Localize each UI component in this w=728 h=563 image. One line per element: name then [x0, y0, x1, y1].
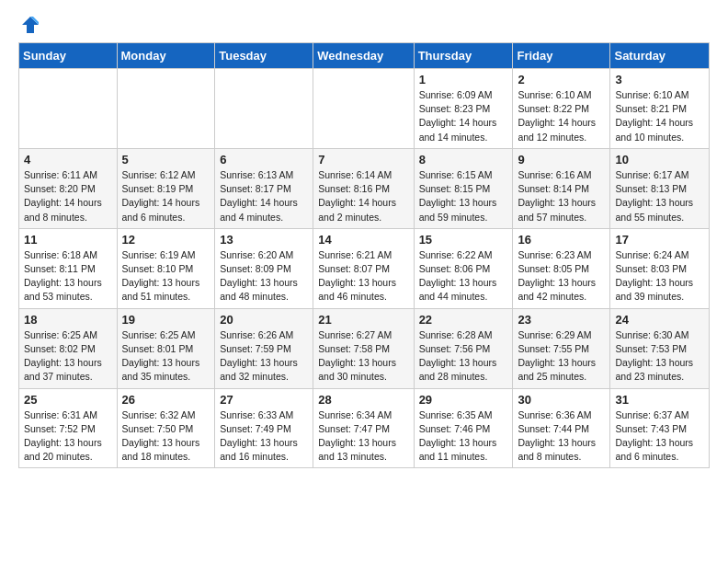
- th-wednesday: Wednesday: [313, 43, 414, 69]
- day-cell: [313, 69, 414, 149]
- day-number: 28: [318, 393, 408, 407]
- day-number: 21: [318, 313, 408, 327]
- day-number: 13: [220, 233, 308, 247]
- week-row-3: 11Sunrise: 6:18 AM Sunset: 8:11 PM Dayli…: [19, 228, 710, 308]
- day-cell: 18Sunrise: 6:25 AM Sunset: 8:02 PM Dayli…: [19, 308, 118, 388]
- day-detail: Sunrise: 6:26 AM Sunset: 7:59 PM Dayligh…: [220, 328, 308, 385]
- week-row-5: 25Sunrise: 6:31 AM Sunset: 7:52 PM Dayli…: [19, 388, 710, 468]
- day-detail: Sunrise: 6:22 AM Sunset: 8:06 PM Dayligh…: [419, 248, 508, 304]
- th-thursday: Thursday: [414, 43, 513, 69]
- day-number: 26: [122, 393, 210, 407]
- day-cell: 11Sunrise: 6:18 AM Sunset: 8:11 PM Dayli…: [19, 228, 118, 308]
- day-number: 3: [615, 73, 704, 86]
- day-detail: Sunrise: 6:36 AM Sunset: 7:44 PM Dayligh…: [518, 408, 605, 465]
- day-detail: Sunrise: 6:32 AM Sunset: 7:50 PM Dayligh…: [122, 408, 210, 465]
- week-row-1: 1Sunrise: 6:09 AM Sunset: 8:23 PM Daylig…: [19, 69, 710, 149]
- day-number: 12: [122, 233, 210, 247]
- day-cell: 10Sunrise: 6:17 AM Sunset: 8:13 PM Dayli…: [610, 148, 710, 228]
- day-number: 14: [318, 233, 408, 247]
- day-cell: 21Sunrise: 6:27 AM Sunset: 7:58 PM Dayli…: [313, 308, 414, 388]
- page: Sunday Monday Tuesday Wednesday Thursday…: [0, 0, 728, 483]
- day-number: 23: [518, 313, 605, 327]
- day-cell: 23Sunrise: 6:29 AM Sunset: 7:55 PM Dayli…: [513, 308, 610, 388]
- day-detail: Sunrise: 6:16 AM Sunset: 8:14 PM Dayligh…: [518, 168, 605, 224]
- day-cell: 29Sunrise: 6:35 AM Sunset: 7:46 PM Dayli…: [414, 388, 513, 468]
- day-detail: Sunrise: 6:18 AM Sunset: 8:11 PM Dayligh…: [24, 248, 112, 304]
- header: [18, 15, 710, 35]
- th-friday: Friday: [513, 43, 610, 69]
- day-cell: 3Sunrise: 6:10 AM Sunset: 8:21 PM Daylig…: [610, 69, 710, 149]
- day-cell: 14Sunrise: 6:21 AM Sunset: 8:07 PM Dayli…: [313, 228, 414, 308]
- day-number: 17: [615, 233, 704, 247]
- day-number: 24: [615, 313, 704, 327]
- day-detail: Sunrise: 6:10 AM Sunset: 8:22 PM Dayligh…: [518, 88, 605, 144]
- day-detail: Sunrise: 6:25 AM Sunset: 8:01 PM Dayligh…: [122, 328, 210, 385]
- day-cell: 25Sunrise: 6:31 AM Sunset: 7:52 PM Dayli…: [19, 388, 118, 468]
- day-number: 15: [419, 233, 508, 247]
- day-detail: Sunrise: 6:09 AM Sunset: 8:23 PM Dayligh…: [419, 88, 508, 144]
- day-number: 25: [24, 393, 112, 407]
- day-number: 29: [419, 393, 508, 407]
- header-row: Sunday Monday Tuesday Wednesday Thursday…: [19, 43, 710, 69]
- svg-marker-0: [22, 17, 39, 33]
- day-number: 11: [24, 233, 112, 247]
- day-detail: Sunrise: 6:12 AM Sunset: 8:19 PM Dayligh…: [122, 168, 210, 224]
- day-cell: 26Sunrise: 6:32 AM Sunset: 7:50 PM Dayli…: [117, 388, 215, 468]
- day-number: 1: [419, 73, 508, 86]
- day-number: 8: [419, 153, 508, 167]
- day-number: 27: [220, 393, 308, 407]
- day-cell: 1Sunrise: 6:09 AM Sunset: 8:23 PM Daylig…: [414, 69, 513, 149]
- th-tuesday: Tuesday: [215, 43, 313, 69]
- day-detail: Sunrise: 6:13 AM Sunset: 8:17 PM Dayligh…: [220, 168, 308, 224]
- day-cell: 22Sunrise: 6:28 AM Sunset: 7:56 PM Dayli…: [414, 308, 513, 388]
- day-detail: Sunrise: 6:17 AM Sunset: 8:13 PM Dayligh…: [615, 168, 704, 224]
- day-number: 22: [419, 313, 508, 327]
- day-cell: 27Sunrise: 6:33 AM Sunset: 7:49 PM Dayli…: [215, 388, 313, 468]
- day-detail: Sunrise: 6:28 AM Sunset: 7:56 PM Dayligh…: [419, 328, 508, 385]
- day-number: 31: [615, 393, 704, 407]
- day-detail: Sunrise: 6:27 AM Sunset: 7:58 PM Dayligh…: [318, 328, 408, 385]
- th-saturday: Saturday: [610, 43, 710, 69]
- calendar-table: Sunday Monday Tuesday Wednesday Thursday…: [18, 42, 710, 468]
- day-cell: 9Sunrise: 6:16 AM Sunset: 8:14 PM Daylig…: [513, 148, 610, 228]
- day-cell: 17Sunrise: 6:24 AM Sunset: 8:03 PM Dayli…: [610, 228, 710, 308]
- day-number: 30: [518, 393, 605, 407]
- day-number: 7: [318, 153, 408, 167]
- day-number: 2: [518, 73, 605, 86]
- week-row-4: 18Sunrise: 6:25 AM Sunset: 8:02 PM Dayli…: [19, 308, 710, 388]
- day-detail: Sunrise: 6:15 AM Sunset: 8:15 PM Dayligh…: [419, 168, 508, 224]
- day-detail: Sunrise: 6:23 AM Sunset: 8:05 PM Dayligh…: [518, 248, 605, 304]
- day-detail: Sunrise: 6:34 AM Sunset: 7:47 PM Dayligh…: [318, 408, 408, 465]
- day-number: 6: [220, 153, 308, 167]
- day-detail: Sunrise: 6:25 AM Sunset: 8:02 PM Dayligh…: [24, 328, 112, 385]
- day-detail: Sunrise: 6:20 AM Sunset: 8:09 PM Dayligh…: [220, 248, 308, 304]
- day-cell: 31Sunrise: 6:37 AM Sunset: 7:43 PM Dayli…: [610, 388, 710, 468]
- day-detail: Sunrise: 6:37 AM Sunset: 7:43 PM Dayligh…: [615, 408, 704, 465]
- day-cell: 13Sunrise: 6:20 AM Sunset: 8:09 PM Dayli…: [215, 228, 313, 308]
- day-number: 16: [518, 233, 605, 247]
- day-cell: 4Sunrise: 6:11 AM Sunset: 8:20 PM Daylig…: [19, 148, 118, 228]
- day-cell: 5Sunrise: 6:12 AM Sunset: 8:19 PM Daylig…: [117, 148, 215, 228]
- day-cell: [19, 69, 118, 149]
- day-detail: Sunrise: 6:30 AM Sunset: 7:53 PM Dayligh…: [615, 328, 704, 385]
- day-cell: [215, 69, 313, 149]
- day-detail: Sunrise: 6:10 AM Sunset: 8:21 PM Dayligh…: [615, 88, 704, 144]
- day-cell: 19Sunrise: 6:25 AM Sunset: 8:01 PM Dayli…: [117, 308, 215, 388]
- day-cell: 6Sunrise: 6:13 AM Sunset: 8:17 PM Daylig…: [215, 148, 313, 228]
- day-number: 20: [220, 313, 308, 327]
- day-detail: Sunrise: 6:14 AM Sunset: 8:16 PM Dayligh…: [318, 168, 408, 224]
- day-cell: 28Sunrise: 6:34 AM Sunset: 7:47 PM Dayli…: [313, 388, 414, 468]
- logo-icon: [20, 15, 40, 35]
- logo: [18, 15, 40, 35]
- day-number: 19: [122, 313, 210, 327]
- day-cell: 8Sunrise: 6:15 AM Sunset: 8:15 PM Daylig…: [414, 148, 513, 228]
- day-detail: Sunrise: 6:19 AM Sunset: 8:10 PM Dayligh…: [122, 248, 210, 304]
- day-detail: Sunrise: 6:33 AM Sunset: 7:49 PM Dayligh…: [220, 408, 308, 465]
- day-cell: 2Sunrise: 6:10 AM Sunset: 8:22 PM Daylig…: [513, 69, 610, 149]
- day-detail: Sunrise: 6:11 AM Sunset: 8:20 PM Dayligh…: [24, 168, 112, 224]
- day-number: 4: [24, 153, 112, 167]
- day-cell: 12Sunrise: 6:19 AM Sunset: 8:10 PM Dayli…: [117, 228, 215, 308]
- day-detail: Sunrise: 6:29 AM Sunset: 7:55 PM Dayligh…: [518, 328, 605, 385]
- th-monday: Monday: [117, 43, 215, 69]
- day-detail: Sunrise: 6:21 AM Sunset: 8:07 PM Dayligh…: [318, 248, 408, 304]
